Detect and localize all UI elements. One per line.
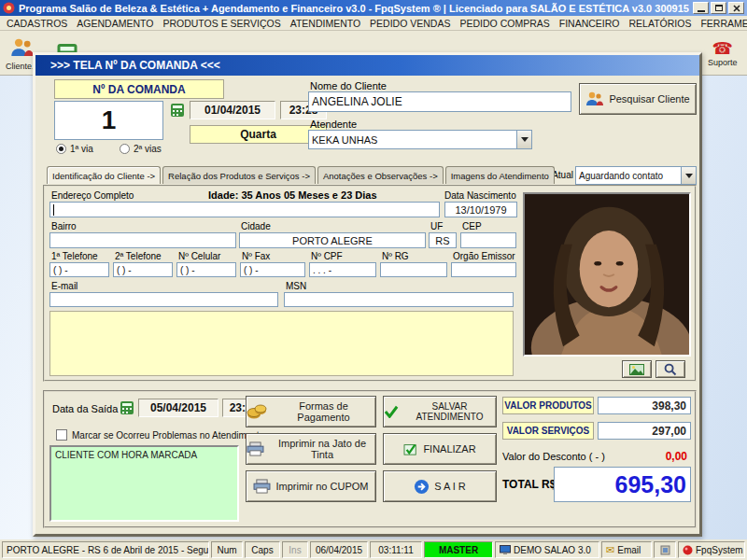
uf-input[interactable]: RS [429, 232, 457, 248]
menu-produtos-servicos[interactable]: PRODUTOS E SERVIÇOS [158, 17, 285, 30]
photo-zoom-button[interactable] [655, 360, 685, 378]
dropdown-arrow-icon[interactable] [681, 167, 696, 184]
cep-input[interactable] [460, 232, 516, 248]
formas-pagamento-button[interactable]: Formas de Pagamento [246, 396, 376, 427]
tel2-input[interactable]: ( ) - [113, 262, 173, 277]
menu-cadastros[interactable]: CADASTROS [2, 17, 72, 30]
radio-via2-label: 2ª vias [134, 144, 162, 154]
menu-relatorios[interactable]: RELATÓRIOS [625, 17, 697, 30]
situacao-combo[interactable]: Aguardando contato [575, 166, 697, 185]
clients-icon [585, 91, 604, 107]
menu-financeiro[interactable]: FINANCEIRO [555, 17, 625, 30]
cpf-input[interactable]: . . . - [309, 262, 376, 277]
minimize-button[interactable] [693, 2, 709, 14]
problema-checkbox[interactable]: Marcar se Ocorreu Problemas no Atendimen… [56, 429, 264, 441]
radio-via2[interactable]: 2ª vias [120, 144, 162, 154]
tel2-label: 2ª Telefone [115, 251, 162, 261]
fax-input[interactable]: ( ) - [240, 262, 305, 277]
orgao-emissor-label: Orgão Emissor [453, 251, 515, 261]
menu-ferramentas[interactable]: FERRAMENTAS [696, 17, 747, 30]
status-email[interactable]: ✉ Email [601, 541, 652, 558]
identificacao-panel: Endereço Completo Idade: 35 Anos 05 Mese… [43, 185, 697, 382]
app-titlebar: Programa Salão de Beleza & Estética + Ag… [0, 0, 747, 16]
status-time: 03:11:11 [370, 541, 422, 558]
saida-date: 05/04/2015 [138, 399, 218, 417]
cep-label: CEP [462, 221, 482, 231]
tab-produtos-servicos[interactable]: Relação dos Produtos e Serviços -> [162, 166, 316, 184]
imprimir-jato-button[interactable]: Imprimir na Jato de Tinta [246, 433, 376, 465]
finalizar-button[interactable]: FINALIZAR [383, 433, 497, 465]
saida-calendar-icon[interactable] [120, 400, 134, 415]
salvar-atendimento-label: SALVAR ATENDIMENTO [403, 401, 496, 422]
photo-add-button[interactable] [622, 360, 652, 378]
menu-atendimento[interactable]: ATENDIMENTO [286, 17, 365, 30]
tab-strip: Identificação do Cliente -> Relação dos … [47, 166, 555, 184]
rg-input[interactable] [380, 262, 447, 277]
pesquisar-cliente-button[interactable]: Pesquisar Cliente [579, 83, 697, 115]
phone-icon: ☎ [712, 40, 733, 57]
comanda-weekday: Quarta [190, 125, 327, 144]
status-brand-label: FpqSystem [696, 545, 743, 555]
window-controls [693, 2, 744, 14]
fax-label: Nº Fax [242, 251, 270, 261]
bairro-label: Bairro [51, 221, 77, 231]
data-saida-label: Data da Saída [52, 403, 118, 414]
close-button[interactable] [728, 2, 744, 14]
situacao-value: Aguardando contato [576, 167, 681, 184]
status-local: PORTO ALEGRE - RS 6 de Abril de 2015 - S… [2, 541, 209, 558]
status-versao-label: DEMO SALAO 3.0 [514, 545, 591, 555]
imprimir-cupom-label: Imprimir no CUPOM [275, 481, 368, 492]
comanda-calendar-icon[interactable] [170, 103, 185, 118]
nascimento-label: Data Nascimento [444, 190, 516, 201]
tab-anotacoes-observacoes[interactable]: Anotações e Observações -> [317, 166, 444, 184]
dialog-titlebar[interactable]: >>> TELA Nº DA COMANDA <<< [35, 55, 699, 76]
email-input[interactable] [49, 292, 278, 307]
tab-identificacao-cliente[interactable]: Identificação do Cliente -> [47, 166, 161, 184]
status-caps: Caps [245, 541, 280, 558]
tel1-label: 1ª Telefone [51, 251, 98, 261]
observacoes-area[interactable] [49, 311, 514, 376]
sair-button[interactable]: S A I R [383, 470, 497, 502]
nome-cliente-input[interactable]: ANGELINA JOLIE [308, 91, 571, 112]
cidade-label: Cidade [241, 221, 271, 231]
desktop: Programa Salão de Beleza & Estética + Ag… [0, 0, 747, 560]
dropdown-arrow-icon[interactable] [516, 131, 531, 148]
imprimir-cupom-button[interactable]: Imprimir no CUPOM [246, 470, 376, 502]
problema-checkbox-label: Marcar se Ocorreu Problemas no Atendimen… [72, 430, 264, 441]
orgao-emissor-input[interactable] [451, 262, 516, 277]
imprimir-jato-label: Imprimir na Jato de Tinta [269, 438, 375, 460]
tab-imagens-atendimento[interactable]: Imagens do Atendimento [445, 166, 555, 184]
menu-agendamento[interactable]: AGENDAMENTO [72, 17, 158, 30]
restore-button[interactable] [711, 2, 726, 14]
tel1-input[interactable]: ( ) - [49, 262, 109, 277]
comanda-date: 01/04/2015 [190, 101, 275, 119]
nascimento-input[interactable]: 13/10/1979 [444, 202, 517, 217]
menu-pedido-vendas[interactable]: PEDIDO VENDAS [365, 17, 455, 30]
finalizar-label: FINALIZAR [423, 443, 475, 455]
brand-icon [683, 545, 693, 555]
radio-via1[interactable]: 1ª via [56, 144, 93, 154]
valor-produtos-label: VALOR PRODUTOS [502, 397, 594, 414]
atendente-combo[interactable]: KEKA UNHAS [308, 130, 532, 149]
desconto-value: 0,00 [579, 448, 691, 465]
cidade-input[interactable]: PORTO ALEGRE [239, 232, 426, 248]
bairro-input[interactable] [49, 232, 236, 248]
endereco-input[interactable] [49, 202, 440, 217]
app-icon [3, 2, 15, 14]
sair-label: S A I R [434, 481, 466, 492]
nota-atendimento[interactable]: CLIENTE COM HORA MARCADA [49, 445, 239, 522]
comanda-number[interactable]: 1 [54, 101, 163, 140]
celular-input[interactable]: ( ) - [176, 262, 236, 277]
status-versao: DEMO SALAO 3.0 [495, 541, 599, 558]
salvar-atendimento-button[interactable]: SALVAR ATENDIMENTO [383, 396, 497, 427]
msn-input[interactable] [284, 292, 514, 307]
toolbar-suporte-button[interactable]: ☎ Suporte [706, 32, 740, 75]
menu-pedido-compras[interactable]: PEDIDO COMPRAS [455, 17, 554, 30]
clients-icon [10, 36, 35, 61]
status-user: MASTER [424, 541, 493, 558]
radio-checked-icon [56, 144, 66, 154]
email-label: E-mail [51, 281, 78, 291]
atendente-value: KEKA UNHAS [309, 131, 516, 148]
uf-label: UF [430, 221, 443, 231]
comanda-label: Nº DA COMANDA [54, 79, 224, 99]
